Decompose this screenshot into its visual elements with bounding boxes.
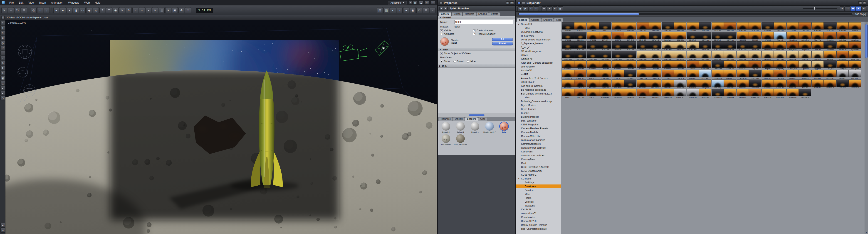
mini-browser-tab[interactable]: Objects	[453, 117, 465, 121]
horizontal-scrollbar[interactable]	[518, 13, 853, 16]
scroll-up-icon[interactable]: ▲	[866, 22, 867, 24]
asset-thumbnail[interactable]: Nessie 3	[587, 80, 599, 89]
asset-thumbnail[interactable]: Cuddo	[687, 60, 699, 70]
asset-thumbnail[interactable]: 3DRT-ch	[599, 41, 612, 51]
tree-item[interactable]: CaraxayFree	[516, 157, 561, 161]
thumbnail-view-icon[interactable]: ▦	[558, 6, 563, 11]
asset-thumbnail[interactable]: 7561784	[799, 22, 811, 32]
tree-item[interactable]: 05 Newest Sept2016	[516, 30, 561, 34]
tree-item[interactable]: Chondeaster	[516, 215, 561, 219]
asset-thumbnail[interactable]: Fantasy d	[562, 70, 574, 79]
plane-primitive-icon[interactable]: ▭	[80, 7, 86, 13]
vertex-modeler-icon[interactable]: △	[93, 7, 99, 13]
properties-tab[interactable]: Modifiers	[463, 12, 476, 16]
thumbnail-size-slider[interactable]	[803, 8, 837, 9]
asset-thumbnail[interactable]: 3DRT-uts	[624, 51, 637, 60]
checkbox[interactable]: Casts shadows	[473, 29, 513, 32]
cloud-icon[interactable]: ☁	[146, 7, 151, 13]
asset-thumbnail[interactable]: 03S514	[574, 22, 586, 32]
asset-thumbnail[interactable]: 3DRT-ch	[612, 41, 624, 51]
tree-item[interactable]: dBs_CharacterTemplate	[516, 227, 561, 231]
asset-thumbnail[interactable]: 3DRT-sk	[774, 51, 786, 60]
asset-thumbnail[interactable]: Frog 3D	[612, 70, 624, 79]
asset-thumbnail[interactable]: Razormo	[649, 89, 661, 98]
tree-item[interactable]: Clmt	[516, 161, 561, 165]
tree-item[interactable]: Plants	[516, 196, 561, 200]
tree-item[interactable]: CC63 Herbefins 2 Animals	[516, 165, 561, 169]
shader-preview-sphere[interactable]	[440, 37, 449, 46]
asset-thumbnail[interactable]: Mutant G	[562, 80, 574, 89]
name-input[interactable]	[454, 20, 513, 24]
cone-primitive-icon[interactable]: ▲	[66, 7, 72, 13]
tree-item[interactable]: SpecialFX	[516, 22, 561, 26]
asset-thumbnail[interactable]: 97B954	[849, 22, 861, 32]
asset-thumbnail[interactable]: Creature	[587, 60, 599, 70]
tree-item[interactable]: CGTrader	[516, 177, 561, 181]
asset-thumbnail[interactable]: 17HRL0	[587, 22, 599, 32]
toolbar-separator[interactable]	[29, 7, 29, 13]
asset-thumbnail[interactable]: 07S731	[562, 32, 574, 41]
gouraud-shading-mode-icon[interactable]: ◑	[397, 7, 403, 13]
collapse-icon[interactable]: ▾	[506, 1, 509, 4]
asset-thumbnail[interactable]: 3DRT-ele	[687, 51, 699, 60]
asset-thumbnail[interactable]: 3D6(BS)	[674, 32, 686, 41]
tree-item[interactable]: 3DAGE	[516, 53, 561, 57]
asset-thumbnail[interactable]: 3DRT-uts	[574, 51, 586, 60]
asset-thumbnail[interactable]: Dragonfly	[774, 60, 786, 70]
tree-item[interactable]: carrara-arrow-particles	[516, 138, 561, 142]
spline-modeler-icon[interactable]: S	[99, 7, 105, 13]
tree-item[interactable]: CC66 Anime 1	[516, 173, 561, 177]
tree-item[interactable]: Alien ship_Camera spaceship	[516, 61, 561, 65]
select-tool-icon[interactable]: ↖	[1, 7, 7, 13]
sort-icon[interactable]: ▼	[840, 6, 845, 11]
asset-thumbnail[interactable]: 3081784	[662, 22, 674, 32]
asset-thumbnail[interactable]: Toad Kin	[786, 80, 799, 89]
asset-thumbnail[interactable]: Goblin 3	[649, 70, 661, 79]
asset-thumbnail[interactable]: Rhino Be	[662, 80, 674, 89]
url-section-header[interactable]: ▶ URL	[438, 64, 515, 68]
properties-titlebar[interactable]: Properties ▾ ✕	[438, 0, 515, 6]
tree-item[interactable]: Building Images!	[516, 115, 561, 119]
scale-tool-icon[interactable]: ⊞	[21, 7, 27, 13]
sync-icon[interactable]: ↺	[845, 6, 850, 11]
asset-thumbnail[interactable]: Tusked B	[824, 80, 836, 89]
asset-thumbnail[interactable]: Hydra 3D	[737, 70, 749, 79]
asset-thumbnail[interactable]: 8081784	[811, 22, 824, 32]
asset-thumbnail[interactable]: trexhorse	[762, 89, 774, 98]
phong-shading-mode-icon[interactable]: ●	[403, 7, 409, 13]
menu-item[interactable]: Edit	[16, 0, 26, 5]
tree-item[interactable]: BS2001	[516, 111, 561, 115]
scroll-down-icon[interactable]: ▼	[866, 231, 867, 234]
shader-thumbnail[interactable]: Default 2	[439, 121, 453, 134]
asset-thumbnail[interactable]: Orc Warr	[612, 80, 624, 89]
asset-thumbnail[interactable]: 3DRT-dw	[662, 51, 674, 60]
asset-thumbnail[interactable]: 7081784	[774, 22, 786, 32]
asset-thumbnail[interactable]: 3DRT-go	[699, 51, 711, 60]
pan-tool-icon[interactable]: ↔	[37, 7, 43, 13]
asset-thumbnail[interactable]: 978954	[762, 32, 774, 41]
asset-thumbnail[interactable]: Reptile m	[662, 89, 674, 98]
mini-browser-tab[interactable]: Clips	[478, 117, 487, 121]
tree-item[interactable]: 1_luc_v1	[516, 46, 561, 49]
camera-orbit-icon[interactable]: ◎	[0, 41, 5, 46]
asset-thumbnail[interactable]: Turtle Dr	[811, 80, 824, 89]
tree-item[interactable]: Buildings	[516, 181, 561, 184]
move-tool-icon[interactable]: ✛	[8, 7, 14, 13]
asset-thumbnail[interactable]: Mutant D	[574, 80, 586, 89]
asset-thumbnail[interactable]: 6191784	[749, 22, 761, 32]
tree-item[interactable]: carrara-snow-particles	[516, 153, 561, 157]
tree-item[interactable]: 3D World magazine	[516, 49, 561, 53]
slider-thumb[interactable]	[813, 7, 815, 10]
shader-thumbnail[interactable]: Default 1	[454, 121, 467, 134]
asset-thumbnail[interactable]: Golem 3	[674, 70, 686, 79]
magnify-icon[interactable]: ⊙	[0, 228, 5, 233]
radio-backfaces[interactable]: Show	[440, 60, 450, 63]
asset-thumbnail[interactable]: 59A_GG	[624, 32, 637, 41]
maximize-button[interactable]: ▢	[425, 1, 429, 4]
render-area-icon[interactable]: ▣	[0, 76, 5, 81]
asset-thumbnail[interactable]: Grey Alie	[699, 70, 711, 79]
refresh-icon[interactable]: ↻	[534, 6, 539, 11]
shader-thumbnail[interactable]: Default 1	[468, 121, 482, 134]
camera-track-icon[interactable]: ↔	[0, 51, 5, 55]
asset-thumbnail[interactable]: Armadillo	[836, 51, 849, 60]
